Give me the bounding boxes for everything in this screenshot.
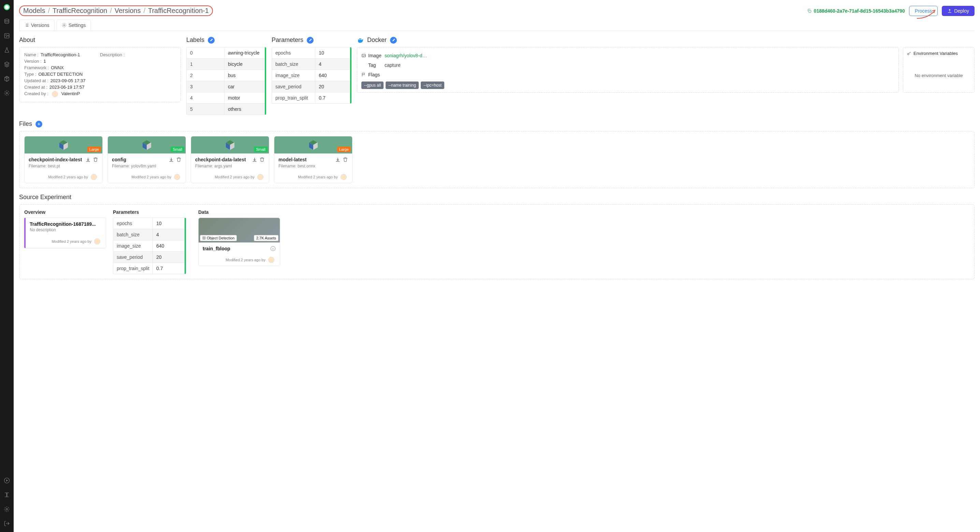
about-title: About bbox=[19, 37, 186, 47]
source-title: Source Experiment bbox=[19, 194, 975, 204]
docker-icon bbox=[357, 37, 364, 44]
data-card[interactable]: Object Detection 2.7K Assets train_fbloo… bbox=[198, 218, 280, 266]
download-icon[interactable] bbox=[252, 157, 257, 162]
process-button[interactable]: Process bbox=[909, 6, 938, 16]
edit-docker-button[interactable] bbox=[390, 37, 397, 44]
table-row: 4motor bbox=[187, 92, 265, 104]
uuid-link[interactable]: 0188d460-2a7e-71af-8d15-16543b3a4790 bbox=[807, 8, 905, 14]
tab-settings[interactable]: Settings bbox=[57, 19, 91, 31]
docker-flag-chip: --gpus all bbox=[361, 81, 383, 89]
breadcrumb-item[interactable]: TrafficRecognition bbox=[52, 7, 107, 15]
cube-icon bbox=[224, 139, 236, 151]
table-row: prop_train_split0.7 bbox=[113, 263, 185, 274]
book-icon[interactable] bbox=[4, 492, 10, 498]
avatar bbox=[174, 174, 180, 180]
tabs: Versions Settings bbox=[19, 19, 975, 31]
docker-title: Docker bbox=[367, 37, 387, 44]
flask-icon[interactable] bbox=[4, 47, 10, 53]
edit-labels-button[interactable] bbox=[208, 37, 215, 44]
trash-icon[interactable] bbox=[259, 157, 265, 162]
trash-icon[interactable] bbox=[176, 157, 181, 162]
env-vars-card: Environment Variables No environment var… bbox=[903, 47, 975, 93]
tab-versions[interactable]: Versions bbox=[19, 19, 55, 31]
labels-table: 0awning-tricycle1bicycle2bus3car4motor5o… bbox=[186, 47, 266, 115]
logo[interactable] bbox=[4, 4, 10, 10]
file-card[interactable]: Small config Filename: yolov8m.yaml Modi… bbox=[108, 136, 186, 183]
table-row: batch_size4 bbox=[272, 59, 350, 70]
file-card[interactable]: Large model-latest Filename: best.onnx M… bbox=[274, 136, 353, 183]
image-icon bbox=[361, 53, 366, 58]
breadcrumb-item[interactable]: Versions bbox=[115, 7, 141, 15]
table-row: epochs10 bbox=[113, 218, 185, 229]
files-grid: Large checkpoint-index-latest Filename: … bbox=[19, 131, 975, 188]
header: Models / TrafficRecognition / Versions /… bbox=[14, 0, 980, 16]
file-title: model-latest bbox=[278, 157, 333, 162]
table-row: 5others bbox=[187, 104, 265, 114]
files-title: Files bbox=[19, 121, 32, 127]
docker-card: Image soniagrh/yolov8-detecti... Tag cap… bbox=[357, 47, 899, 93]
labels-section: Labels 0awning-tricycle1bicycle2bus3car4… bbox=[186, 37, 272, 115]
about-section: About Name :TrafficRecognition-1 Version… bbox=[19, 37, 186, 115]
gear-icon bbox=[62, 23, 67, 28]
play-icon[interactable] bbox=[4, 478, 10, 484]
docker-flag-chip: --name training bbox=[386, 81, 419, 89]
parameters-section: Parameters epochs10batch_size4image_size… bbox=[272, 37, 357, 115]
source-section: Source Experiment Overview TrafficRecogn… bbox=[14, 194, 980, 285]
table-row: save_period20 bbox=[113, 252, 185, 263]
size-badge: Small bbox=[254, 147, 267, 152]
table-row: save_period20 bbox=[272, 81, 350, 92]
deploy-button[interactable]: Deploy bbox=[942, 6, 975, 16]
avatar bbox=[257, 174, 263, 180]
table-row: image_size640 bbox=[113, 240, 185, 252]
avatar bbox=[91, 174, 97, 180]
avatar bbox=[94, 238, 100, 245]
file-card[interactable]: Large checkpoint-index-latest Filename: … bbox=[24, 136, 103, 183]
file-title: checkpoint-index-latest bbox=[29, 157, 83, 162]
trash-icon[interactable] bbox=[93, 157, 98, 162]
download-icon[interactable] bbox=[169, 157, 174, 162]
gear-icon[interactable] bbox=[4, 90, 10, 96]
table-row: prop_train_split0.7 bbox=[272, 92, 350, 103]
asset-count-badge: 2.7K Assets bbox=[254, 235, 278, 241]
avatar bbox=[268, 257, 274, 263]
docker-flag-chip: --ipc=host bbox=[421, 81, 444, 89]
box-icon[interactable] bbox=[4, 76, 10, 82]
cube-icon bbox=[141, 139, 153, 151]
source-params-table: epochs10batch_size4image_size640save_per… bbox=[113, 218, 186, 274]
docker-section: Docker Image soniagrh/yolov8-detecti... … bbox=[357, 37, 975, 115]
cube-icon bbox=[307, 139, 320, 151]
object-detection-badge: Object Detection bbox=[200, 235, 237, 241]
layers-icon[interactable] bbox=[4, 61, 10, 68]
overview-card[interactable]: TrafficRecognition-1687189... No descrip… bbox=[24, 218, 106, 248]
logout-icon[interactable] bbox=[4, 521, 10, 527]
breadcrumb-item[interactable]: Models bbox=[23, 7, 45, 15]
breadcrumb-item[interactable]: TrafficRecognition-1 bbox=[148, 7, 209, 15]
table-row: image_size640 bbox=[272, 70, 350, 81]
file-title: checkpoint-data-latest bbox=[195, 157, 250, 162]
list-icon bbox=[24, 23, 29, 28]
key-icon bbox=[907, 51, 912, 56]
database-icon[interactable] bbox=[4, 18, 10, 25]
table-row: 3car bbox=[187, 81, 265, 92]
edit-parameters-button[interactable] bbox=[307, 37, 313, 44]
parameters-table: epochs10batch_size4image_size640save_per… bbox=[272, 47, 352, 104]
file-title: config bbox=[112, 157, 167, 162]
trash-icon[interactable] bbox=[343, 157, 348, 162]
upload-icon bbox=[947, 8, 952, 13]
docker-image-link[interactable]: soniagrh/yolov8-detecti... bbox=[385, 53, 429, 58]
settings-icon[interactable] bbox=[4, 506, 10, 512]
file-card[interactable]: Small checkpoint-data-latest Filename: a… bbox=[191, 136, 269, 183]
add-file-button[interactable]: + bbox=[35, 121, 42, 127]
breadcrumb: Models / TrafficRecognition / Versions /… bbox=[19, 5, 213, 16]
info-icon[interactable] bbox=[270, 246, 276, 251]
avatar bbox=[340, 174, 347, 180]
copy-icon bbox=[807, 8, 812, 13]
download-icon[interactable] bbox=[335, 157, 340, 162]
size-badge: Small bbox=[170, 147, 184, 152]
download-icon[interactable] bbox=[85, 157, 91, 162]
table-row: 0awning-tricycle bbox=[187, 48, 265, 59]
files-section: Files + Large checkpoint-index-latest Fi… bbox=[14, 121, 980, 194]
image-icon[interactable] bbox=[4, 33, 10, 39]
table-row: 2bus bbox=[187, 70, 265, 81]
table-row: 1bicycle bbox=[187, 59, 265, 70]
